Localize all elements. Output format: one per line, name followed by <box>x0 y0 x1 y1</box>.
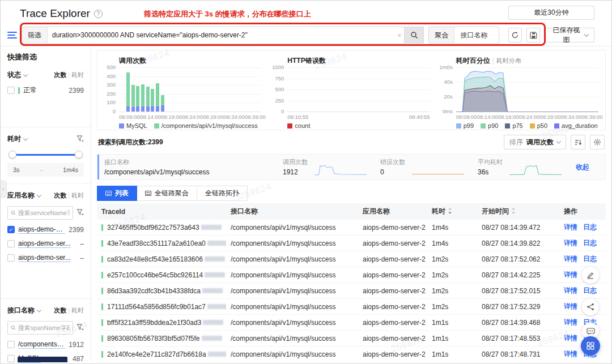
col-start-time[interactable]: 开始时间 <box>477 203 559 220</box>
checkbox[interactable]: ✓ <box>7 226 15 233</box>
status-color-bar <box>101 224 103 231</box>
duration-section-title[interactable]: 耗时 <box>7 134 27 144</box>
tab-trace-topology[interactable]: 全链路拓扑 <box>197 186 248 201</box>
duration-slider[interactable] <box>8 151 83 159</box>
blurred-trace-suffix <box>205 256 225 262</box>
checkbox[interactable] <box>7 240 15 247</box>
slider-handle-min[interactable] <box>8 151 16 159</box>
share-button[interactable] <box>582 298 599 315</box>
app-name-section-title[interactable]: 应用名称 <box>7 191 41 200</box>
logs-link[interactable]: 日志 <box>583 255 597 263</box>
endpoint-search-input[interactable] <box>18 324 70 331</box>
filter-item-label[interactable]: aiops-demo-ser... <box>18 239 71 248</box>
sidebar-collapse-handle[interactable]: ‹ <box>1 181 7 198</box>
clear-icon[interactable]: × <box>394 31 404 40</box>
time-range-button[interactable]: 最近30分钟 <box>508 6 594 20</box>
legend-item[interactable]: p50 <box>530 122 547 129</box>
endpoint-cell: /components/api/v1/mysql/success <box>226 267 358 283</box>
save-view-button[interactable] <box>526 28 540 42</box>
aggregate-dropdown[interactable]: 聚合 接口名称 <box>428 27 499 44</box>
feedback-pencil-button[interactable] <box>582 267 599 284</box>
table-row[interactable]: ca83d2e48e8cf543e165183606/components/ap… <box>97 251 606 267</box>
sort-icon[interactable] <box>511 208 516 214</box>
checkbox[interactable] <box>7 341 15 348</box>
slider-handle-max[interactable] <box>75 151 83 159</box>
logs-link[interactable]: 日志 <box>583 223 597 231</box>
table-row[interactable]: 43e7eadf38cc351117a2a610ea0/components/a… <box>97 235 606 251</box>
table-row[interactable]: e257c100cc46be54c5bc926114/components/ap… <box>97 267 606 283</box>
details-link[interactable]: 详情 <box>564 334 577 342</box>
legend-item[interactable]: avg_duration <box>554 122 598 129</box>
tab-trace-aggregate[interactable]: 全链路聚合 <box>137 186 197 201</box>
filter-item[interactable]: aiops-demo-ser...– <box>7 254 84 262</box>
legend-label: p75 <box>512 122 522 129</box>
filter-item[interactable]: /components/a...1912 <box>7 340 84 349</box>
checkbox[interactable] <box>7 87 15 94</box>
app-name-cell: aiops-demo-server-2 <box>358 251 427 267</box>
filter-clear-icon[interactable] <box>76 323 84 333</box>
filter-list-icon[interactable] <box>7 32 17 38</box>
table-row[interactable]: 17111d564a5856d856fc9b01ac7/components/a… <box>97 299 606 315</box>
legend-item[interactable]: /components/api/v1/mysql/success <box>154 122 258 129</box>
details-link[interactable]: 详情 <box>564 239 577 247</box>
collapse-link[interactable]: 收起 <box>576 162 589 172</box>
endpoint-section-title[interactable]: 接口名称 <box>7 306 41 315</box>
logs-link[interactable]: 日志 <box>583 239 597 247</box>
list-icon <box>145 191 151 196</box>
table-row[interactable]: 50e1f0bc50ab74b0c524d01424/components/ap… <box>97 362 606 364</box>
sort-dropdown[interactable]: 排序 调用次数 <box>504 135 566 149</box>
filter-clear-icon[interactable] <box>76 208 84 218</box>
legend-item[interactable]: p90 <box>481 122 498 129</box>
query-input[interactable] <box>48 31 394 39</box>
sort-descending-icon <box>575 139 582 146</box>
filter-item-count: 487 <box>73 355 84 363</box>
help-icon[interactable]: ? <box>94 10 103 18</box>
table-row[interactable]: 327465ff50bdf9622c7573a643/components/ap… <box>97 220 606 235</box>
bar-segment-success <box>136 86 139 106</box>
details-link[interactable]: 详情 <box>564 350 577 358</box>
chevron-down-icon <box>23 136 28 140</box>
saved-views-button[interactable]: 已保存视图 <box>545 28 594 42</box>
refresh-button[interactable] <box>508 28 522 42</box>
gridline <box>287 101 430 101</box>
details-link[interactable]: 详情 <box>564 286 577 294</box>
gridline <box>119 76 261 77</box>
duration-cell: 1m2s <box>427 251 477 267</box>
latency-distribution-toggle[interactable]: 耗时分布 <box>496 57 521 64</box>
col-duration[interactable]: 耗时 <box>427 203 477 220</box>
checkbox[interactable] <box>7 254 15 262</box>
checkbox[interactable] <box>7 355 15 362</box>
sort-icon[interactable] <box>448 208 452 214</box>
legend-item[interactable]: p75 <box>505 122 522 129</box>
table-row[interactable]: 86d3aa392cdfc3b41b4338fdca/components/ap… <box>97 283 606 299</box>
status-section-title[interactable]: 状态 <box>7 70 27 80</box>
details-link[interactable]: 详情 <box>564 318 577 326</box>
details-link[interactable]: 详情 <box>564 302 577 310</box>
filter-clear-icon[interactable] <box>76 135 84 143</box>
duration-section-header: 耗时 <box>7 134 84 144</box>
widgets-button[interactable] <box>581 336 600 356</box>
app-name-search-input[interactable] <box>18 209 70 216</box>
filter-item[interactable]: aiops-demo-ser...– <box>7 239 84 248</box>
filter-item[interactable]: 正常2399 <box>7 85 84 95</box>
legend-item[interactable]: count <box>287 122 310 129</box>
filter-item-label[interactable]: /components/a... <box>18 340 65 349</box>
legend-item[interactable]: p99 <box>456 122 474 129</box>
settings-button[interactable] <box>590 135 605 149</box>
details-link[interactable]: 详情 <box>564 223 577 231</box>
table-row[interactable]: 89630805fb56783f3bf5d07f5fe/components/a… <box>97 331 606 346</box>
filter-item-label[interactable]: aiops-demo-ser... <box>18 254 71 262</box>
sort-order-button[interactable] <box>571 135 585 149</box>
search-button[interactable] <box>404 27 423 43</box>
details-link[interactable]: 详情 <box>564 255 577 263</box>
legend-item[interactable]: MySQL <box>119 122 147 129</box>
tab-list[interactable]: 列表 <box>97 186 137 201</box>
filter-item[interactable]: ✓aiops-demo-ser...2399 <box>7 225 84 234</box>
status-color-bar <box>18 87 20 94</box>
filter-item-label[interactable]: aiops-demo-ser... <box>18 225 65 234</box>
table-row[interactable]: 2e140fce4e2e711c827d7b6618a/components/a… <box>97 346 606 362</box>
table-row[interactable]: bff5f321a3ff59bddea2e1f30ad3/components/… <box>97 315 606 331</box>
details-link[interactable]: 详情 <box>564 271 577 279</box>
results-bar: 搜索到调用次数:2399 排序 调用次数 <box>98 135 605 149</box>
logs-link[interactable]: 日志 <box>583 286 597 294</box>
